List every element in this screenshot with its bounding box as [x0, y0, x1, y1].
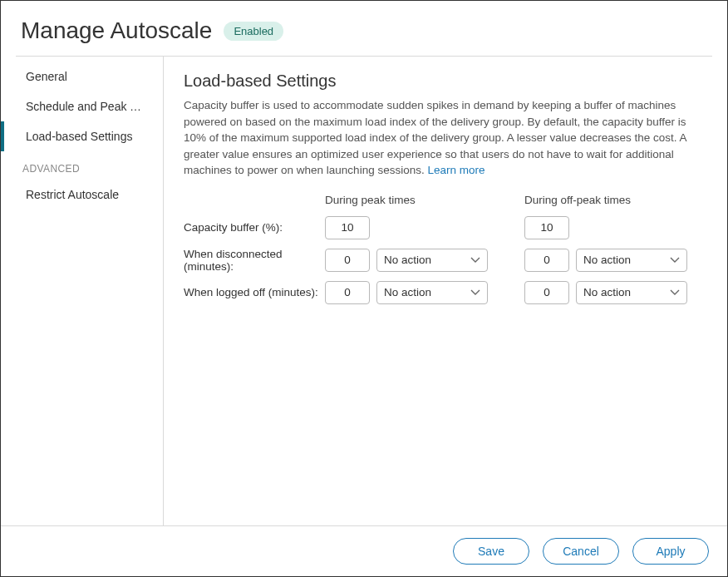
- capacity-buffer-offpeak-input[interactable]: [524, 216, 569, 239]
- settings-grid: During peak times During off-peak times …: [184, 194, 707, 304]
- status-badge: Enabled: [224, 22, 283, 41]
- select-value: No action: [583, 286, 631, 298]
- panel-heading: Load-based Settings: [184, 72, 707, 91]
- chevron-down-icon: [470, 255, 480, 265]
- loggedoff-offpeak-minutes-input[interactable]: [524, 281, 569, 304]
- chevron-down-icon: [670, 288, 680, 298]
- sidebar-item-load-based-settings[interactable]: Load-based Settings: [1, 121, 163, 151]
- row-label-when-disconnected: When disconnected (minutes):: [184, 248, 325, 273]
- column-header-peak: During peak times: [325, 194, 491, 208]
- loggedoff-offpeak-action-select[interactable]: No action: [576, 281, 687, 304]
- disconnected-peak-minutes-input[interactable]: [325, 249, 370, 272]
- learn-more-link[interactable]: Learn more: [427, 164, 485, 176]
- panel-description: Capacity buffer is used to accommodate s…: [184, 97, 707, 179]
- dialog-header: Manage Autoscale Enabled: [1, 1, 727, 56]
- capacity-buffer-peak-input[interactable]: [325, 216, 370, 239]
- select-value: No action: [583, 254, 631, 266]
- page-title: Manage Autoscale: [21, 17, 212, 44]
- chevron-down-icon: [470, 288, 480, 298]
- main-panel: Load-based Settings Capacity buffer is u…: [164, 57, 727, 525]
- cancel-button[interactable]: Cancel: [543, 538, 619, 565]
- loggedoff-peak-action-select[interactable]: No action: [376, 281, 488, 304]
- chevron-down-icon: [670, 255, 680, 265]
- sidebar: General Schedule and Peak Ti... Load-bas…: [1, 57, 164, 525]
- dialog-body: General Schedule and Peak Ti... Load-bas…: [1, 57, 727, 525]
- sidebar-item-restrict-autoscale[interactable]: Restrict Autoscale: [1, 180, 163, 210]
- sidebar-item-schedule-peak[interactable]: Schedule and Peak Ti...: [1, 91, 163, 121]
- sidebar-item-general[interactable]: General: [1, 62, 163, 91]
- row-label-capacity-buffer: Capacity buffer (%):: [184, 221, 325, 234]
- apply-button[interactable]: Apply: [632, 538, 709, 565]
- disconnected-peak-action-select[interactable]: No action: [376, 249, 488, 272]
- sidebar-section-advanced: ADVANCED: [1, 151, 163, 180]
- select-value: No action: [384, 286, 431, 298]
- column-header-offpeak: During off-peak times: [524, 194, 691, 208]
- row-label-when-logged-off: When logged off (minutes):: [184, 286, 325, 298]
- loggedoff-peak-minutes-input[interactable]: [325, 281, 370, 304]
- dialog-footer: Save Cancel Apply: [1, 525, 727, 576]
- save-button[interactable]: Save: [453, 538, 529, 565]
- disconnected-offpeak-minutes-input[interactable]: [524, 249, 569, 272]
- disconnected-offpeak-action-select[interactable]: No action: [576, 249, 687, 272]
- select-value: No action: [384, 254, 431, 266]
